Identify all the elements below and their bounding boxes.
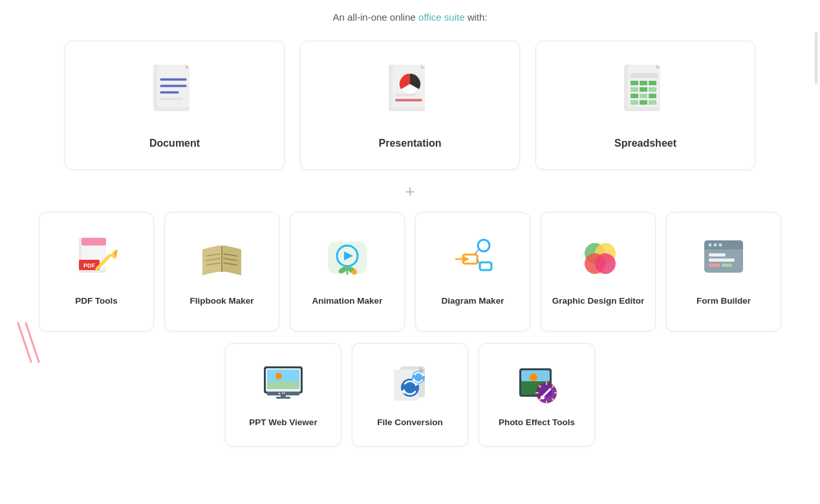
- ppt-web-viewer-label: PPT Web Viewer: [249, 417, 317, 427]
- svg-point-79: [275, 373, 282, 379]
- svg-point-68: [709, 244, 712, 247]
- svg-line-110: [539, 399, 541, 400]
- card-pdf-tools[interactable]: PDF PDF Tools: [39, 212, 154, 331]
- card-form-builder[interactable]: Form Builder: [666, 212, 781, 331]
- svg-rect-85: [281, 394, 286, 397]
- svg-rect-78: [267, 370, 299, 381]
- photo-effect-tools-icon: [514, 363, 559, 411]
- graphic-design-editor-label: Graphic Design Editor: [552, 295, 645, 307]
- card-presentation[interactable]: Presentation: [300, 41, 520, 170]
- svg-rect-23: [640, 87, 647, 92]
- plus-divider: +: [39, 182, 781, 202]
- flipbook-maker-label: Flipbook Maker: [189, 295, 254, 307]
- card-diagram-maker[interactable]: Diagram Maker: [415, 212, 530, 331]
- svg-rect-27: [649, 94, 656, 98]
- svg-line-0: [18, 323, 31, 362]
- ppt-web-viewer-icon: [261, 363, 306, 411]
- form-builder-icon: [701, 236, 746, 288]
- svg-point-69: [714, 244, 717, 247]
- svg-rect-29: [640, 100, 647, 105]
- row2-cards: PDF PDF Tools: [39, 212, 781, 331]
- row3-cards: PPT Web Viewer: [39, 343, 781, 446]
- card-graphic-design-editor[interactable]: Graphic Design Editor: [541, 212, 656, 331]
- svg-point-112: [541, 395, 545, 399]
- svg-line-1: [26, 323, 39, 362]
- card-ppt-web-viewer[interactable]: PPT Web Viewer: [225, 343, 341, 446]
- animation-maker-icon: [325, 236, 370, 288]
- svg-rect-25: [631, 94, 638, 98]
- svg-point-70: [719, 244, 722, 247]
- svg-line-109: [552, 386, 554, 387]
- decorative-slashes: [12, 317, 44, 368]
- form-builder-label: Form Builder: [696, 295, 751, 307]
- svg-line-57: [475, 249, 479, 255]
- document-icon: [146, 61, 204, 129]
- diagram-maker-label: Diagram Maker: [442, 295, 504, 307]
- file-conversion-label: File Conversion: [377, 417, 442, 427]
- svg-rect-71: [709, 253, 726, 257]
- svg-rect-28: [631, 100, 638, 105]
- svg-rect-18: [631, 73, 658, 78]
- svg-rect-20: [640, 81, 647, 85]
- office-suite-link[interactable]: office suite: [418, 12, 464, 23]
- card-photo-effect-tools[interactable]: Photo Effect Tools: [479, 343, 595, 446]
- spreadsheet-icon: [616, 61, 674, 129]
- svg-rect-22: [631, 87, 638, 92]
- card-file-conversion[interactable]: File Conversion: [352, 343, 468, 446]
- file-conversion-icon: [387, 363, 433, 411]
- pdf-tools-icon: PDF: [74, 236, 119, 288]
- svg-rect-19: [631, 81, 638, 85]
- graphic-design-editor-icon: [576, 236, 621, 288]
- document-label: Document: [149, 138, 200, 149]
- svg-rect-73: [709, 264, 720, 267]
- flipbook-maker-icon: [199, 236, 244, 288]
- svg-text:PDF: PDF: [83, 262, 96, 269]
- svg-rect-21: [649, 81, 656, 85]
- svg-rect-86: [276, 397, 290, 399]
- tagline: An all-in-one online office suite with:: [39, 12, 781, 23]
- card-document[interactable]: Document: [65, 41, 285, 170]
- svg-rect-80: [267, 381, 299, 389]
- presentation-icon: [381, 61, 439, 129]
- svg-point-101: [530, 373, 537, 381]
- animation-maker-label: Animation Maker: [312, 295, 383, 307]
- spreadsheet-label: Spreadsheet: [614, 138, 676, 149]
- svg-rect-26: [640, 94, 647, 98]
- svg-point-54: [478, 240, 490, 251]
- svg-rect-74: [722, 264, 732, 267]
- diagram-maker-icon: [450, 236, 495, 288]
- svg-rect-24: [649, 87, 656, 92]
- svg-marker-60: [463, 256, 469, 262]
- svg-point-64: [595, 253, 616, 274]
- card-spreadsheet[interactable]: Spreadsheet: [535, 41, 755, 170]
- svg-point-53: [352, 269, 357, 275]
- row1-cards: Document: [39, 41, 781, 170]
- photo-effect-tools-label: Photo Effect Tools: [499, 417, 575, 427]
- card-flipbook-maker[interactable]: Flipbook Maker: [164, 212, 279, 331]
- svg-line-107: [539, 386, 541, 387]
- card-animation-maker[interactable]: Animation Maker: [290, 212, 405, 331]
- svg-rect-56: [480, 262, 491, 270]
- svg-line-108: [552, 399, 554, 400]
- svg-rect-30: [649, 100, 656, 105]
- scrollbar[interactable]: [815, 32, 817, 84]
- svg-rect-72: [709, 258, 735, 262]
- svg-rect-39: [81, 238, 106, 246]
- presentation-label: Presentation: [379, 138, 442, 149]
- pdf-tools-label: PDF Tools: [75, 295, 118, 307]
